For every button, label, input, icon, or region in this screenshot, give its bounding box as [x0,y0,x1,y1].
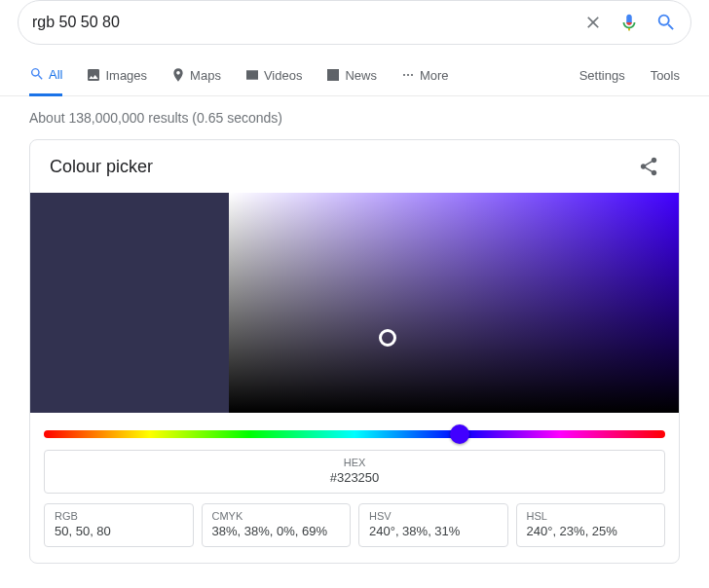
hsl-label: HSL [527,510,655,522]
tabs-right: Settings Tools [579,68,680,94]
svg-point-2 [411,74,413,76]
maps-icon [170,67,186,83]
tab-more-label: More [420,68,449,83]
tools-link[interactable]: Tools [651,68,680,83]
hue-thumb[interactable] [450,424,469,444]
result-stats: About 138,000,000 results (0.65 seconds) [0,96,709,139]
card-header: Colour picker [30,140,679,193]
search-small-icon [29,66,45,82]
hex-label: HEX [45,457,664,468]
rgb-label: RGB [55,510,183,522]
tab-maps[interactable]: Maps [170,66,221,95]
hex-box[interactable]: HEX #323250 [44,450,665,494]
images-icon [86,67,101,83]
tab-all[interactable]: All [29,66,62,96]
tab-images-label: Images [105,68,147,83]
cmyk-box[interactable]: CMYK 38%, 38%, 0%, 69% [202,503,352,547]
hsl-box[interactable]: HSL 240°, 23%, 25% [516,503,666,547]
card-title: Colour picker [50,157,153,177]
hue-slider[interactable] [44,430,665,438]
voice-search-icon[interactable] [618,12,640,33]
tab-news-label: News [345,68,377,83]
colour-picker-card: Colour picker HEX #323250 RGB 50, 50, 80… [29,139,680,564]
tab-images[interactable]: Images [86,66,147,95]
search-input[interactable] [32,14,583,31]
hsv-box[interactable]: HSV 240°, 38%, 31% [358,503,508,547]
news-icon [325,67,341,83]
hex-value: #323250 [45,470,664,485]
tab-more[interactable]: More [400,66,449,95]
tabs-left: All Images Maps Videos News More [29,66,449,95]
colour-swatch [30,193,229,413]
share-icon[interactable] [638,156,659,177]
hsv-value: 240°, 38%, 31% [369,524,498,538]
picker-cursor[interactable] [379,329,396,347]
hue-row [30,413,679,450]
cmyk-label: CMYK [212,510,341,522]
hsl-value: 240°, 23%, 25% [527,524,655,538]
more-icon [400,67,416,83]
rgb-box[interactable]: RGB 50, 50, 80 [44,503,194,547]
svg-point-0 [403,74,405,76]
picker-area [30,193,679,413]
black-gradient [229,193,679,413]
tab-all-label: All [49,67,62,82]
search-bar [18,0,691,45]
tab-videos-label: Videos [264,68,303,83]
hex-row: HEX #323250 [30,450,679,494]
tabs-row: All Images Maps Videos News More Setting… [0,66,709,96]
values-row: RGB 50, 50, 80 CMYK 38%, 38%, 0%, 69% HS… [30,503,679,563]
clear-icon[interactable] [583,13,603,32]
hsv-label: HSV [369,510,498,522]
tab-news[interactable]: News [325,66,377,95]
settings-link[interactable]: Settings [579,68,625,83]
tab-maps-label: Maps [190,68,221,83]
search-icons [583,12,677,33]
tab-videos[interactable]: Videos [244,66,303,95]
videos-icon [244,67,260,83]
svg-point-1 [407,74,409,76]
saturation-value-area[interactable] [229,193,679,413]
cmyk-value: 38%, 38%, 0%, 69% [212,524,341,538]
rgb-value: 50, 50, 80 [55,524,183,538]
search-icon[interactable] [655,12,677,33]
